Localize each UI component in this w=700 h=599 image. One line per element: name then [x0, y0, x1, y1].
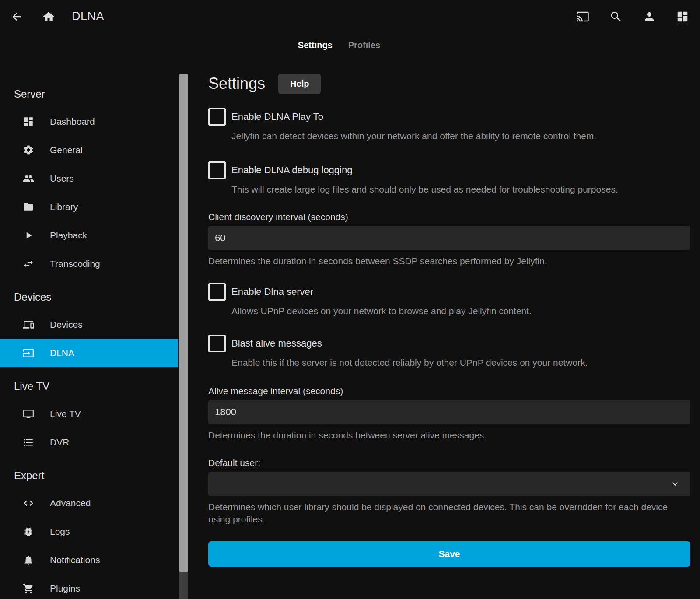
tab-profiles[interactable]: Profiles [347, 39, 381, 52]
blast-alive-messages-group: Blast alive messages Enable this if the … [208, 335, 690, 369]
alive-message-interval-group: Alive message interval (seconds) Determi… [208, 385, 690, 441]
bug-icon [23, 526, 34, 537]
search-icon [609, 10, 623, 23]
dashboard-icon [23, 116, 34, 127]
alive-message-interval-input[interactable] [208, 400, 690, 424]
cast-button[interactable] [576, 10, 589, 23]
sidebar-item-logs[interactable]: Logs [0, 517, 178, 546]
devices-icon [23, 319, 34, 330]
bell-icon [23, 554, 34, 566]
back-button[interactable] [10, 11, 23, 23]
save-button[interactable]: Save [208, 541, 690, 567]
play-icon [23, 230, 34, 241]
sidebar-item-label: Users [50, 173, 74, 184]
client-discovery-interval-input[interactable] [208, 226, 690, 250]
settings-title-row: Settings Help [208, 73, 690, 94]
sidebar-item-label: General [50, 145, 83, 155]
sidebar: Server Dashboard General Users Library P… [0, 57, 178, 599]
sidebar-item-dvr[interactable]: DVR [0, 428, 178, 456]
sidebar-scrollbar-track[interactable] [179, 572, 188, 599]
enable-dlna-server-checkbox[interactable] [208, 283, 226, 301]
sidebar-item-users[interactable]: Users [0, 164, 178, 193]
enable-dlna-play-to-group: Enable DLNA Play To Jellyfin can detect … [208, 108, 690, 142]
tab-strip: Settings Profiles [0, 33, 700, 57]
page-title: Settings [208, 74, 265, 93]
sidebar-item-label: DLNA [50, 348, 74, 358]
cart-icon [23, 583, 34, 594]
sidebar-scrollbar-thumb[interactable] [179, 74, 188, 572]
user-button[interactable] [643, 10, 656, 23]
client-discovery-interval-label: Client discovery interval (seconds) [208, 211, 690, 223]
enable-dlna-play-to-checkbox[interactable] [208, 108, 226, 126]
tv-icon [23, 408, 34, 420]
alive-message-interval-label: Alive message interval (seconds) [208, 385, 690, 397]
sidebar-item-playback[interactable]: Playback [0, 221, 178, 249]
sidebar-item-label: Dashboard [50, 116, 95, 127]
default-user-select[interactable] [208, 472, 690, 496]
sidebar-section-devices: Devices [14, 291, 178, 303]
blast-alive-messages-label: Blast alive messages [231, 338, 322, 349]
page-header-title: DLNA [72, 10, 104, 23]
sidebar-item-label: Advanced [50, 498, 91, 508]
sidebar-item-label: DVR [50, 437, 69, 448]
enable-dlna-play-to-description: Jellyfin can detect devices within your … [231, 130, 690, 142]
sidebar-item-advanced[interactable]: Advanced [0, 489, 178, 517]
client-discovery-interval-description: Determines the duration in seconds betwe… [208, 255, 690, 267]
sidebar-item-library[interactable]: Library [0, 193, 178, 221]
dashboard-button[interactable] [676, 10, 689, 23]
sidebar-item-label: Logs [50, 526, 70, 537]
sidebar-item-label: Plugins [50, 583, 80, 594]
alive-message-interval-description: Determines the duration in seconds betwe… [208, 429, 690, 441]
top-bar-actions [576, 10, 689, 23]
default-user-description: Determines which user library should be … [208, 501, 690, 525]
chevron-down-icon [669, 478, 681, 490]
sidebar-item-dlna[interactable]: DLNA [0, 339, 178, 367]
list-icon [23, 437, 34, 448]
sidebar-item-label: Playback [50, 230, 87, 241]
sidebar-item-label: Transcoding [50, 259, 100, 269]
dashboard-grid-icon [676, 10, 689, 23]
settings-form: Settings Help Enable DLNA Play To Jellyf… [208, 57, 690, 567]
code-icon [23, 497, 34, 509]
sidebar-item-transcoding[interactable]: Transcoding [0, 249, 178, 278]
enable-dlna-debug-checkbox[interactable] [208, 161, 226, 179]
default-user-label: Default user: [208, 457, 690, 469]
people-icon [23, 173, 34, 184]
blast-alive-messages-checkbox[interactable] [208, 335, 226, 352]
cast-icon [576, 10, 589, 23]
sidebar-item-general[interactable]: General [0, 136, 178, 164]
sidebar-item-devices[interactable]: Devices [0, 310, 178, 339]
default-user-group: Default user: Determines which user libr… [208, 457, 690, 525]
folder-icon [23, 201, 34, 213]
gear-icon [23, 144, 34, 156]
user-icon [643, 10, 656, 23]
sidebar-item-label: Library [50, 202, 78, 212]
enable-dlna-play-to-label: Enable DLNA Play To [231, 111, 323, 123]
sidebar-item-plugins[interactable]: Plugins [0, 574, 178, 599]
sidebar-section-server: Server [14, 88, 178, 100]
blast-alive-messages-description: Enable this if the server is not detecte… [231, 357, 690, 369]
sidebar-section-expert: Expert [14, 469, 178, 482]
input-icon [23, 347, 34, 359]
enable-dlna-server-group: Enable Dlna server Allows UPnP devices o… [208, 283, 690, 317]
sidebar-item-label: Live TV [50, 409, 81, 419]
sidebar-section-livetv: Live TV [14, 380, 178, 392]
sidebar-item-livetv[interactable]: Live TV [0, 399, 178, 428]
enable-dlna-debug-group: Enable DLNA debug logging This will crea… [208, 161, 690, 196]
search-button[interactable] [609, 10, 623, 23]
sidebar-item-label: Notifications [50, 555, 100, 565]
sidebar-item-notifications[interactable]: Notifications [0, 546, 178, 574]
home-icon [42, 10, 55, 23]
sidebar-item-label: Devices [50, 319, 83, 330]
enable-dlna-server-description: Allows UPnP devices on your network to b… [231, 305, 690, 317]
sidebar-item-dashboard[interactable]: Dashboard [0, 107, 178, 136]
top-bar: DLNA [0, 0, 700, 33]
enable-dlna-debug-label: Enable DLNA debug logging [231, 165, 352, 176]
help-button[interactable]: Help [278, 74, 321, 94]
swap-arrows-icon [23, 258, 34, 270]
client-discovery-interval-group: Client discovery interval (seconds) Dete… [208, 211, 690, 267]
home-button[interactable] [42, 10, 55, 23]
tab-settings[interactable]: Settings [297, 39, 333, 52]
enable-dlna-debug-description: This will create large log files and sho… [231, 183, 690, 196]
enable-dlna-server-label: Enable Dlna server [231, 286, 313, 298]
